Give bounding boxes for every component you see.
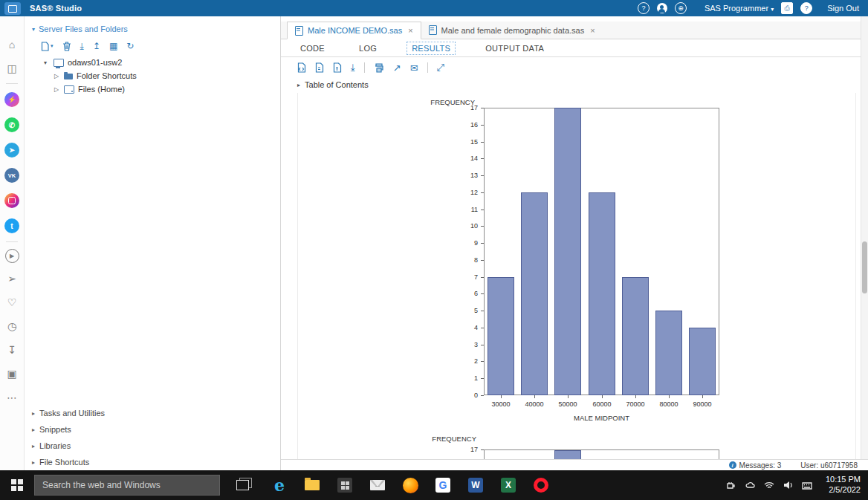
opera-icon[interactable]: [532, 476, 550, 494]
chevron-right-icon: ▷: [54, 86, 60, 93]
tab-results[interactable]: RESULTS: [407, 42, 456, 55]
close-icon[interactable]: ×: [408, 26, 412, 35]
upload-button[interactable]: ↥: [93, 41, 100, 51]
excel-icon[interactable]: X: [499, 476, 517, 494]
account-menu[interactable]: SAS Programmer ▾: [705, 4, 774, 13]
x-tick: [602, 395, 603, 398]
taskbar-search-input[interactable]: [34, 475, 220, 496]
nav-collapsed-sections: ▸ Tasks and Utilities ▸ Snippets ▸ Libra…: [25, 405, 280, 470]
vertical-scrollbar[interactable]: [861, 16, 868, 460]
power-icon[interactable]: [726, 481, 736, 490]
globe-icon[interactable]: ⊕: [675, 2, 687, 14]
telegram-icon[interactable]: ➤: [4, 143, 19, 158]
flow-send-icon[interactable]: ➢: [4, 270, 20, 287]
task-view-button[interactable]: [227, 470, 257, 500]
y-tick: [481, 361, 484, 362]
cloud-icon[interactable]: [745, 481, 755, 489]
user-icon[interactable]: [657, 3, 667, 13]
histogram-bar: [521, 192, 548, 395]
sidebar-item-tasks[interactable]: ▸ Tasks and Utilities: [25, 405, 280, 421]
whatsapp-icon[interactable]: ✆: [4, 117, 19, 132]
open-new-window-button[interactable]: ↗: [393, 62, 401, 74]
refresh-button[interactable]: ↻: [126, 41, 134, 51]
tree-node-server[interactable]: ▾ odaws01-usw2: [44, 56, 280, 69]
touch-keyboard-icon[interactable]: [802, 481, 812, 490]
section-label: Server Files and Folders: [39, 25, 128, 33]
tab-output-data[interactable]: OUTPUT DATA: [481, 42, 548, 54]
maximize-button[interactable]: ⤢: [437, 62, 444, 74]
scrollbar-thumb[interactable]: [862, 241, 867, 293]
extensions-icon[interactable]: ▣: [4, 366, 20, 382]
pdf-output-button[interactable]: [315, 62, 324, 73]
section-server-files[interactable]: ▾ Server Files and Folders: [25, 16, 280, 38]
tree-node-label: odaws01-usw2: [68, 58, 122, 67]
photos-app-icon[interactable]: [336, 476, 354, 494]
section-label: Tasks and Utilities: [39, 409, 105, 418]
wifi-icon[interactable]: [764, 481, 774, 490]
plot-area: [484, 449, 719, 460]
delete-button[interactable]: [62, 42, 71, 51]
twitter-icon[interactable]: t: [4, 218, 19, 233]
screen: SAS® Studio ? ⊕ SAS Programmer ▾ ⎙ ? Sig…: [0, 0, 868, 500]
tree-node-folder-shortcuts[interactable]: ▷ Folder Shortcuts: [44, 69, 280, 82]
home-icon[interactable]: ⌂: [4, 36, 20, 53]
close-icon[interactable]: ×: [590, 26, 595, 35]
start-button[interactable]: [0, 470, 34, 500]
tree-node-files-home[interactable]: ▷ Files (Home): [44, 82, 280, 96]
x-tick-label: 60000: [583, 400, 621, 408]
chevron-right-icon: ▸: [32, 459, 35, 466]
more-icon[interactable]: ⋯: [4, 389, 20, 406]
y-tick-label: 12: [454, 189, 478, 196]
y-tick-label: 15: [454, 138, 478, 146]
table-of-contents-toggle[interactable]: ▸ Table of Contents: [281, 80, 369, 89]
volume-icon[interactable]: [783, 481, 793, 490]
vk-icon[interactable]: VK: [4, 168, 19, 183]
help-icon[interactable]: ?: [638, 2, 650, 14]
email-button[interactable]: ✉: [410, 62, 418, 74]
download-results-button[interactable]: ⤓: [351, 62, 355, 74]
messenger-icon[interactable]: ⚡: [4, 92, 19, 107]
sas-file-icon: [295, 26, 303, 36]
mail-icon[interactable]: [369, 476, 386, 494]
html-output-button[interactable]: [297, 62, 306, 73]
y-tick: [481, 192, 484, 193]
tab-male-female-demographic[interactable]: Male and female demographic data.sas ×: [421, 22, 603, 39]
y-axis-title: FREQUENCY: [409, 435, 476, 443]
edge-icon[interactable]: e: [271, 476, 288, 494]
sign-out-link[interactable]: Sign Out: [827, 4, 859, 13]
chevron-down-icon: ▾: [44, 59, 50, 66]
firefox-icon[interactable]: [401, 476, 419, 494]
section-label: Snippets: [39, 425, 71, 434]
user-id-label: User: u60717958: [800, 461, 858, 470]
table-view-button[interactable]: ▦: [109, 41, 117, 51]
sidebar-toggle-icon[interactable]: [4, 2, 21, 15]
histogram-bar: [655, 311, 682, 395]
google-app-icon[interactable]: G: [434, 476, 452, 494]
history-icon[interactable]: ◷: [4, 318, 20, 334]
sidebar-item-libraries[interactable]: ▸ Libraries: [25, 438, 280, 454]
help-circle-icon[interactable]: ?: [800, 2, 812, 14]
print-icon[interactable]: ⎙: [781, 2, 793, 14]
new-file-button[interactable]: ▾: [41, 42, 54, 51]
chevron-down-icon: ▾: [51, 43, 54, 49]
word-icon[interactable]: W: [467, 476, 485, 494]
instagram-icon[interactable]: [4, 193, 19, 208]
sas-top-bar: SAS® Studio ? ⊕ SAS Programmer ▾ ⎙ ? Sig…: [0, 0, 868, 16]
play-icon[interactable]: ▶: [5, 249, 19, 263]
file-explorer-icon[interactable]: [303, 476, 321, 494]
sidebar-item-file-shortcuts[interactable]: ▸ File Shortcuts: [25, 454, 280, 470]
y-tick: [481, 142, 484, 143]
rtf-output-button[interactable]: [333, 62, 342, 73]
tab-male-income-demo[interactable]: Male INCOME DEMO.sas ×: [287, 22, 421, 39]
messages-indicator[interactable]: i Messages: 3: [729, 461, 782, 470]
downloads-icon[interactable]: ↧: [4, 342, 20, 358]
download-button[interactable]: ⤓: [80, 41, 84, 51]
taskbar-clock[interactable]: 10:15 PM 2/5/2022: [821, 475, 861, 496]
tab-code[interactable]: CODE: [296, 42, 329, 54]
sidebar-item-snippets[interactable]: ▸ Snippets: [25, 421, 280, 438]
bookmarks-icon[interactable]: ◫: [4, 60, 20, 77]
tab-log[interactable]: LOG: [354, 42, 381, 54]
heart-icon[interactable]: ♡: [4, 294, 20, 311]
print-button[interactable]: [374, 63, 384, 73]
chevron-down-icon: ▾: [771, 6, 774, 13]
